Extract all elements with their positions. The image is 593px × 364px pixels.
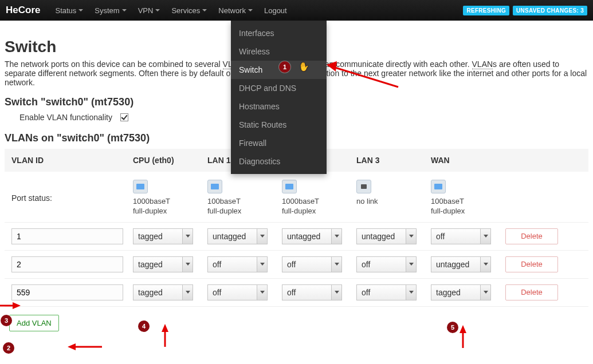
dropdown-item-diagnostics[interactable]: Diagnostics <box>231 152 327 174</box>
port-duplex: full-duplex <box>133 207 207 216</box>
nav-right: REFRESHING UNSAVED CHANGES: 3 <box>463 6 587 15</box>
port-speed: 1000baseT <box>133 197 207 207</box>
vlan-lan3-select[interactable]: untagged <box>356 228 417 244</box>
vlan-cpu-select[interactable]: tagged <box>133 256 193 272</box>
vlan-lan3-select[interactable]: off <box>356 284 417 300</box>
select-value: untagged <box>208 232 257 241</box>
vlan-lan2-select[interactable]: off <box>282 284 342 300</box>
port-status-row: Port status: 1000baseT full-duplex 100ba… <box>5 172 588 223</box>
chevron-down-icon <box>257 257 267 272</box>
select-value: off <box>431 232 480 241</box>
th-lan3: LAN 3 <box>356 156 431 165</box>
vlan-id-input[interactable] <box>11 284 123 300</box>
vlan-lan1-select[interactable]: off <box>207 256 268 272</box>
vlan-wan-select[interactable]: tagged <box>431 284 491 300</box>
chevron-down-icon <box>480 285 490 300</box>
vlan-lan2-select[interactable]: untagged <box>282 228 342 244</box>
dropdown-item-interfaces[interactable]: Interfaces <box>231 21 327 42</box>
svg-marker-7 <box>460 325 466 333</box>
delete-vlan-button[interactable]: Delete <box>505 284 558 300</box>
delete-vlan-button[interactable]: Delete <box>505 228 558 244</box>
vlan-lan1-select[interactable]: off <box>207 284 268 300</box>
dropdown-item-switch[interactable]: Switch <box>231 61 327 79</box>
dropdown-item-wireless[interactable]: Wireless <box>231 42 327 61</box>
nav-item-system[interactable]: System <box>89 2 132 19</box>
dropdown-item-firewall[interactable]: Firewall <box>231 134 327 152</box>
nav-item-label: Network <box>218 6 246 15</box>
nav-item-services[interactable]: Services <box>166 2 213 19</box>
svg-marker-3 <box>13 302 21 309</box>
port-speed: 1000baseT <box>282 197 356 207</box>
select-value: off <box>282 288 331 297</box>
port-duplex: full-duplex <box>431 207 505 216</box>
caret-icon <box>122 9 127 11</box>
chevron-down-icon <box>406 285 416 300</box>
vlan-lan2-select[interactable]: off <box>282 256 342 272</box>
th-wan: WAN <box>431 156 505 165</box>
chevron-down-icon <box>331 229 341 244</box>
vlan-wan-select[interactable]: off <box>431 228 491 244</box>
delete-vlan-button[interactable]: Delete <box>505 256 558 272</box>
svg-line-0 <box>329 66 398 87</box>
svg-marker-1 <box>327 61 337 72</box>
port-status-label: Port status: <box>7 180 133 203</box>
select-value: tagged <box>133 232 182 241</box>
caret-icon <box>78 9 83 11</box>
svg-marker-9 <box>68 343 76 350</box>
annotation-badge-1: 1 <box>279 61 290 73</box>
dropdown-item-static-routes[interactable]: Static Routes <box>231 116 327 134</box>
nav-item-vpn[interactable]: VPN <box>132 2 166 19</box>
port-status-wan: 100baseT full-duplex <box>431 180 505 216</box>
vlan-id-input[interactable] <box>11 256 123 272</box>
desc-text: The network ports on this device can be … <box>5 60 223 69</box>
select-value: untagged <box>431 260 480 269</box>
caret-icon <box>248 9 253 11</box>
nav-item-label: Services <box>171 6 200 15</box>
vlan-cpu-select[interactable]: tagged <box>133 228 193 244</box>
unsaved-badge[interactable]: UNSAVED CHANGES: 3 <box>513 6 587 15</box>
nav-item-network[interactable]: Network <box>213 2 258 19</box>
port-status-lan1: 100baseT full-duplex <box>207 180 282 216</box>
th-vlan-id: VLAN ID <box>7 156 133 165</box>
enable-vlan-checkbox[interactable] <box>120 113 128 121</box>
caret-icon <box>202 9 207 11</box>
vlan-wan-select[interactable]: untagged <box>431 256 491 272</box>
chevron-down-icon <box>331 257 341 272</box>
dropdown-item-hostnames[interactable]: Hostnames <box>231 97 327 116</box>
select-value: off <box>208 260 257 269</box>
select-value: tagged <box>133 288 182 297</box>
annotation-arrow <box>327 56 401 90</box>
nav-item-label: System <box>95 6 119 15</box>
vlan-acronym: VLAN <box>472 60 493 69</box>
select-value: tagged <box>431 288 480 297</box>
port-speed: 100baseT <box>431 197 505 207</box>
add-vlan-button[interactable]: Add VLAN <box>9 315 59 331</box>
vlan-row: tagged off off off untagged Delete <box>5 251 588 279</box>
vlan-id-input[interactable] <box>11 228 123 244</box>
port-status-lan3: no link <box>356 180 431 207</box>
port-duplex: full-duplex <box>282 207 356 216</box>
nav-item-logout[interactable]: Logout <box>258 2 293 19</box>
annotation-badge-4: 4 <box>138 321 150 332</box>
port-status-lan2: 1000baseT full-duplex <box>282 180 356 216</box>
chevron-down-icon <box>331 285 341 300</box>
select-value: off <box>357 288 406 297</box>
dropdown-item-dhcp-dns[interactable]: DHCP and DNS <box>231 79 327 97</box>
hand-cursor-icon: ✋ <box>298 60 311 72</box>
vlan-lan1-select[interactable]: untagged <box>207 228 268 244</box>
chevron-down-icon <box>182 257 193 272</box>
nav-items: Status System VPN Services Network Logou… <box>49 2 292 19</box>
vlan-row: tagged untagged untagged untagged off De… <box>5 223 588 251</box>
vlan-lan3-select[interactable]: off <box>356 256 417 272</box>
network-dropdown: Interfaces Wireless Switch DHCP and DNS … <box>231 21 327 174</box>
ethernet-port-icon <box>133 180 148 193</box>
chevron-down-icon <box>480 257 490 272</box>
nav-item-label: Logout <box>264 6 287 15</box>
vlan-cpu-select[interactable]: tagged <box>133 284 193 300</box>
ethernet-port-icon <box>356 180 371 193</box>
annotation-badge-2: 2 <box>3 342 14 354</box>
select-value: off <box>357 260 406 269</box>
th-cpu: CPU (eth0) <box>133 156 207 165</box>
nav-item-status[interactable]: Status <box>49 2 89 19</box>
vlan-row: tagged off off off tagged Delete <box>5 279 588 307</box>
